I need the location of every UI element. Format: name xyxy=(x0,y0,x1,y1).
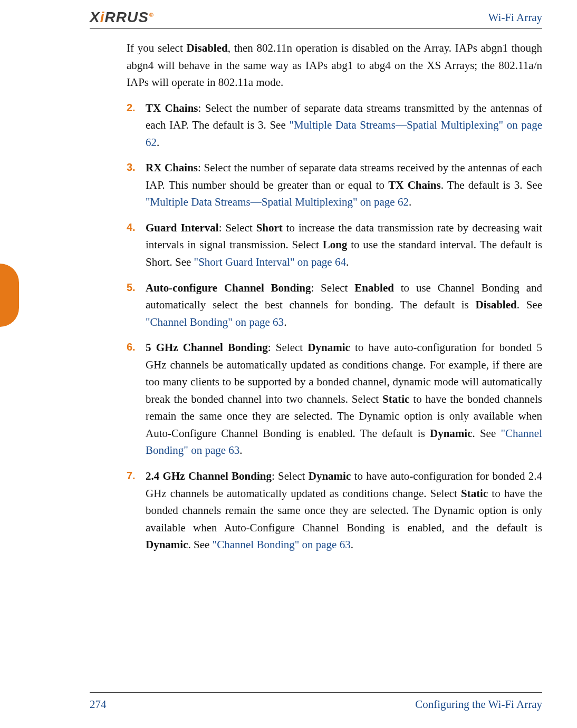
list-number: 2. xyxy=(127,100,136,116)
list-item: 2. TX Chains: Select the number of separ… xyxy=(127,100,542,151)
logo-text-left: X xyxy=(90,9,100,25)
list-item: 5. Auto-configure Channel Bonding: Selec… xyxy=(127,279,542,331)
list-item: 7. 2.4 GHz Channel Bonding: Select Dynam… xyxy=(127,468,542,554)
list-item: 3. RX Chains: Select the number of separ… xyxy=(127,159,542,211)
section-title: Configuring the Wi-Fi Array xyxy=(415,698,542,711)
section-tab-marker xyxy=(0,264,19,327)
document-title: Wi-Fi Array xyxy=(488,11,542,24)
page-header: XiRRUS® Wi-Fi Array xyxy=(90,8,542,29)
intro-paragraph: If you select Disabled, then 802.11n ope… xyxy=(127,40,542,91)
trademark-icon: ® xyxy=(149,12,154,18)
cross-reference-link[interactable]: "Channel Bonding" on page 63 xyxy=(213,538,351,551)
list-number: 3. xyxy=(127,159,136,176)
list-item: 6. 5 GHz Channel Bonding: Select Dynamic… xyxy=(127,339,542,459)
list-number: 6. xyxy=(127,339,136,355)
list-number: 4. xyxy=(127,219,136,236)
page-content: If you select Disabled, then 802.11n ope… xyxy=(127,40,542,562)
page-number: 274 xyxy=(90,698,107,711)
cross-reference-link[interactable]: "Short Guard Interval" on page 64 xyxy=(194,256,346,268)
logo-text-right: RRUS xyxy=(104,9,148,25)
cross-reference-link[interactable]: "Multiple Data Streams—Spatial Multiplex… xyxy=(146,196,409,208)
list-item: 4. Guard Interval: Select Short to incre… xyxy=(127,219,542,271)
cross-reference-link[interactable]: "Channel Bonding" on page 63 xyxy=(146,316,284,328)
list-number: 7. xyxy=(127,468,136,484)
page-footer: 274 Configuring the Wi-Fi Array xyxy=(90,692,542,711)
brand-logo: XiRRUS® xyxy=(90,9,154,26)
list-number: 5. xyxy=(127,279,136,296)
